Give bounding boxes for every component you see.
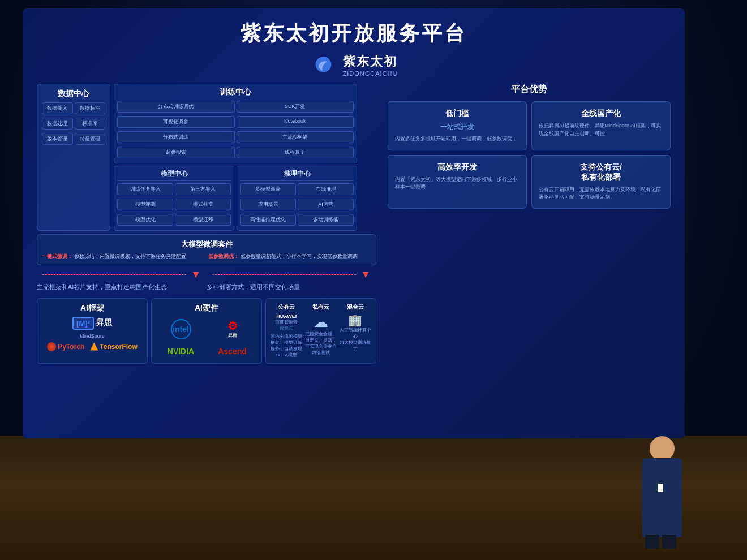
- inf-item-4: AI运营: [298, 199, 354, 210]
- training-items: 分布式训练调优 SDK开发 可视化调参 Notebook 分布式训练 主流AI框…: [117, 101, 354, 160]
- presenter-badge: [658, 484, 663, 492]
- hybrid-cloud-desc: 超大模型训练能力: [339, 339, 371, 352]
- model-item-3: 模型评测: [117, 199, 173, 210]
- model-center-box: 模型中心 训练任务导入 第三方导入 模型评测 模式挂盖 模型优化 模型迁移: [114, 166, 234, 231]
- train-item-5: 分布式训练: [117, 131, 235, 143]
- adv-desc-1: 内置多任务多领域开箱即用，一键调调，低参数调优，: [395, 135, 520, 143]
- nvidia-text: NVIDIA: [168, 347, 194, 356]
- arrow-down-left: ▼: [191, 269, 201, 281]
- train-item-7: 超参搜索: [117, 147, 235, 158]
- dc-item-3: 数据处理: [42, 118, 73, 130]
- pytorch-icon: [47, 342, 56, 351]
- adv-title-3: 高效率开发: [395, 162, 520, 173]
- finetune-onestep-label: 一键式微调：: [42, 253, 72, 259]
- presenter-body: [642, 458, 682, 537]
- intel-logo: intel: [156, 317, 205, 342]
- mindspore-sub: MindSpore: [80, 333, 105, 339]
- inf-item-5: 高性能推理优化: [240, 214, 296, 226]
- model-item-6: 模型迁移: [175, 214, 231, 226]
- cloud-grid: 公有云 HUAWEI 百度智能云 数观云 国内主流的模型框架、模型训练服务，自动…: [271, 303, 371, 358]
- model-item-4: 模式挂盖: [175, 199, 231, 210]
- adv-desc-2: 依托昇腾AI超前软硬件、昇思MindSpore AI框架，可实现全线国产化自主创…: [539, 122, 663, 137]
- ai-hardware-logos: intel ⚙ 昇腾 NVIDIA: [156, 317, 257, 359]
- model-item-2: 第三方导入: [175, 183, 231, 195]
- dc-item-5: 版本管理: [42, 133, 73, 145]
- data-center-header: 数据中心: [42, 89, 105, 99]
- training-center-header: 训练中心: [117, 87, 354, 97]
- data-center-items: 数据接入 数据标注 数据处理 标准库 版本管理 特征管理: [42, 102, 105, 147]
- advantage-high-efficiency: 高效率开发 内置「紫东太初」等大模型定向下游多领域、多行业小样本一键微调: [388, 155, 527, 209]
- huawei-cloud-label: HUAWEI: [271, 313, 303, 319]
- inf-item-2: 在线推理: [298, 183, 354, 195]
- inf-item-6: 多动训练能: [298, 214, 354, 226]
- ai-framework-header: AI框架: [42, 303, 143, 313]
- inference-center-label: 推理中心: [240, 169, 354, 181]
- advantage-cloud-support: 支持公有云/私有化部署 公有云开箱即用，无需依赖本地算力及环境；私有化部署驱动灵…: [531, 155, 671, 209]
- deploy-text-left: 主流框架和AI芯片支持，重点打造纯国产化生态: [37, 283, 207, 291]
- train-item-8: 线程算子: [237, 147, 354, 158]
- advantage-domestic: 全线国产化 依托昇腾AI超前软硬件、昇思MindSpore AI框架，可实现全线…: [531, 101, 671, 150]
- huawei-logo: ⚙ 昇腾: [208, 317, 257, 341]
- dashed-line-right: [212, 274, 356, 275]
- dc-item-4: 标准库: [75, 118, 106, 130]
- dc-item-1: 数据接入: [42, 102, 73, 114]
- dc-item-2: 数据标注: [75, 102, 106, 114]
- datacenter-icon: 🏢: [339, 313, 371, 327]
- finetune-section: 大模型微调套件 一键式微调： 参数冻结，内置微调模板，支持下游任务灵活配置 低参…: [37, 234, 376, 265]
- ai-hardware-box: AI硬件 intel ⚙ 昇腾: [151, 298, 262, 364]
- public-cloud: 公有云 HUAWEI 百度智能云 数观云 国内主流的模型框架、模型训练服务，自动…: [271, 303, 303, 358]
- tensorflow-text: TensorFlow: [100, 343, 137, 351]
- baidu-cloud-label: 百度智能云: [271, 319, 303, 325]
- top-row: 数据中心 数据接入 数据标注 数据处理 标准库 版本管理 特征管理: [37, 84, 376, 231]
- train-item-3: 可视化调参: [117, 116, 235, 128]
- model-item-5: 模型优化: [117, 214, 173, 226]
- advantages-grid: 低门槛 一站式开发 内置多任务多领域开箱即用，一键调调，低参数调优， 全线国产化…: [388, 101, 671, 209]
- logo-sub: ZIDONGCAICHU: [343, 70, 398, 77]
- adv-subtitle-1: 一站式开发: [395, 122, 520, 132]
- right-panel: 平台优势 低门槛 一站式开发 内置多任务多领域开箱即用，一键调调，低参数调优， …: [382, 84, 671, 369]
- private-cloud-desc: 把控安全合规、自定义、灵活，可实现全企业全内部测试: [305, 331, 337, 356]
- data-center-box: 数据中心 数据接入 数据标注 数据处理 标准库 版本管理 特征管理: [37, 84, 110, 231]
- logo-icon: [310, 54, 338, 76]
- logo-text: 紫东太初: [343, 53, 398, 70]
- finetune-title: 大模型微调套件: [42, 239, 371, 249]
- ai-hardware-header: AI硬件: [156, 303, 257, 313]
- finetune-lowparam-label: 低参数调优：: [208, 253, 239, 259]
- advantage-low-threshold: 低门槛 一站式开发 内置多任务多领域开箱即用，一键调调，低参数调优，: [388, 101, 527, 150]
- train-item-1: 分布式训练调优: [117, 101, 235, 113]
- train-item-4: Notebook: [237, 116, 354, 128]
- adv-title-1: 低门槛: [395, 109, 520, 119]
- model-center-label: 模型中心: [117, 169, 231, 181]
- pytorch-text: PyTorch: [58, 343, 84, 351]
- model-items: 训练任务导入 第三方导入 模型评测 模式挂盖 模型优化 模型迁移: [117, 183, 231, 227]
- deploy-text-right: 多种部署方式，适用不同交付场量: [207, 283, 376, 291]
- mindspore-logo: [M]² 昇思: [72, 317, 112, 330]
- tensorflow-icon: [90, 343, 98, 351]
- mindspore-name: 昇思: [96, 318, 112, 328]
- training-center-box: 训练中心 分布式训练调优 SDK开发 可视化调参 Notebook 分布式训练 …: [114, 84, 357, 163]
- pytorch-logo: PyTorch: [47, 342, 84, 351]
- private-cloud: 私有云 ☁ 把控安全合规、自定义、灵活，可实现全企业全内部测试: [305, 303, 337, 358]
- dashed-line-left: [42, 274, 186, 275]
- presenter-leg-left: [645, 535, 659, 549]
- right-arrow-area: ▼: [207, 269, 376, 281]
- deploy-text-row: 主流框架和AI芯片支持，重点打造纯国产化生态 多种部署方式，适用不同交付场量: [37, 283, 376, 295]
- ai-compute-center: 人工智能计算中心: [339, 327, 371, 339]
- model-inference-combined: 模型中心 训练任务导入 第三方导入 模型评测 模式挂盖 模型优化 模型迁移: [114, 166, 357, 231]
- hybrid-cloud-title: 混合云: [339, 303, 371, 311]
- finetune-grid: 一键式微调： 参数冻结，内置微调模板，支持下游任务灵活配置 低参数调优： 低参数…: [42, 253, 371, 260]
- intel-icon: intel: [171, 319, 191, 339]
- presenter-leg-right: [662, 535, 676, 549]
- logo-area: 紫东太初 ZIDONGCAICHU: [37, 53, 671, 77]
- platform-header: 平台优势: [388, 84, 671, 96]
- adv-desc-3: 内置「紫东太初」等大模型定向下游多领域、多行业小样本一键微调: [395, 176, 520, 191]
- hybrid-cloud: 混合云 🏢 人工智能计算中心 超大模型训练能力: [339, 303, 371, 358]
- training-model-inference: 训练中心 分布式训练调优 SDK开发 可视化调参 Notebook 分布式训练 …: [114, 84, 357, 231]
- ai-framework-logos: [M]² 昇思 MindSpore PyTorch: [42, 317, 143, 351]
- inference-items: 多模型遥盖 在线推理 应用场景 AI运营 高性能推理优化 多动训练能: [240, 183, 354, 227]
- ascend-text: Ascend: [218, 347, 247, 356]
- left-panel: 数据中心 数据接入 数据标注 数据处理 标准库 版本管理 特征管理: [37, 84, 376, 364]
- left-arrow-area: ▼: [37, 269, 207, 281]
- shuguang-cloud-label: 数观云: [271, 325, 303, 331]
- dc-item-6: 特征管理: [75, 133, 106, 145]
